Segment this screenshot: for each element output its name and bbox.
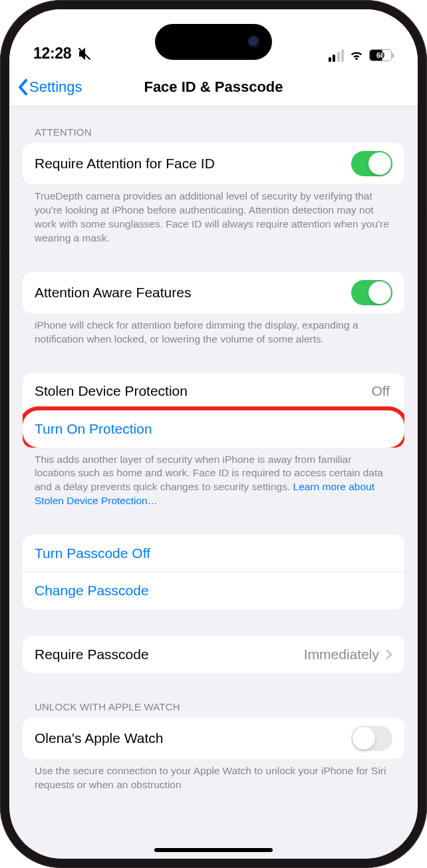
home-indicator[interactable]: [154, 848, 273, 852]
section-header-watch: UNLOCK WITH APPLE WATCH: [23, 673, 404, 718]
footer-attention-aware: iPhone will check for attention before d…: [23, 313, 404, 347]
group-attention-aware: Attention Aware Features: [23, 272, 404, 313]
nav-title: Face ID & Passcode: [144, 78, 283, 96]
footer-stolen-device: This adds another layer of security when…: [23, 448, 404, 509]
status-time: 12:28: [33, 45, 71, 63]
row-label: Change Passcode: [35, 583, 392, 599]
chevron-left-icon: [17, 78, 28, 96]
wifi-icon: [349, 48, 364, 63]
row-label: Turn Passcode Off: [35, 545, 392, 561]
row-apple-watch[interactable]: Olena's Apple Watch: [23, 718, 404, 759]
nav-bar: Settings Face ID & Passcode: [9, 68, 418, 106]
row-require-passcode[interactable]: Require Passcode Immediately: [23, 636, 404, 673]
device-frame: 12:28 60 Settings Face ID & Passcode: [0, 0, 427, 868]
silent-icon: [78, 47, 91, 61]
volume-up: [0, 193, 1, 246]
footer-require-attention: TrueDepth camera provides an additional …: [23, 184, 404, 245]
row-require-attention[interactable]: Require Attention for Face ID: [23, 143, 404, 184]
row-attention-aware[interactable]: Attention Aware Features: [23, 272, 404, 313]
footer-apple-watch: Use the secure connection to your Apple …: [23, 759, 404, 792]
switch-require-attention[interactable]: [351, 151, 392, 176]
screen: 12:28 60 Settings Face ID & Passcode: [9, 9, 418, 859]
row-label: Turn On Protection: [35, 421, 392, 437]
back-button[interactable]: Settings: [17, 78, 82, 96]
row-value: Off: [371, 383, 390, 399]
cellular-icon: [329, 49, 345, 62]
row-turn-on-protection[interactable]: Turn On Protection: [23, 410, 404, 448]
group-passcode-actions: Turn Passcode Off Change Passcode: [23, 535, 404, 609]
row-value: Immediately: [304, 647, 379, 662]
row-label: Require Passcode: [35, 647, 304, 662]
switch-apple-watch[interactable]: [351, 726, 392, 751]
back-label: Settings: [29, 78, 82, 96]
group-require-passcode: Require Passcode Immediately: [23, 636, 404, 673]
dynamic-island: [155, 24, 272, 60]
group-require-attention: Require Attention for Face ID: [23, 143, 404, 184]
switch-attention-aware[interactable]: [351, 280, 392, 305]
row-label: Olena's Apple Watch: [35, 730, 351, 746]
row-turn-passcode-off[interactable]: Turn Passcode Off: [23, 535, 404, 572]
group-stolen-device: Stolen Device Protection Off Turn On Pro…: [23, 373, 404, 448]
section-header-attention: ATTENTION: [23, 106, 404, 143]
battery-icon: 60: [369, 49, 394, 61]
group-apple-watch: Olena's Apple Watch: [23, 718, 404, 759]
row-label: Require Attention for Face ID: [35, 156, 351, 172]
row-label: Stolen Device Protection: [35, 383, 371, 399]
chevron-right-icon: [386, 649, 392, 660]
mute-switch: [0, 140, 1, 169]
row-stolen-status: Stolen Device Protection Off: [23, 373, 404, 410]
volume-down: [0, 259, 1, 313]
row-label: Attention Aware Features: [35, 285, 351, 301]
settings-content[interactable]: ATTENTION Require Attention for Face ID …: [9, 106, 418, 859]
row-change-passcode[interactable]: Change Passcode: [23, 572, 404, 609]
